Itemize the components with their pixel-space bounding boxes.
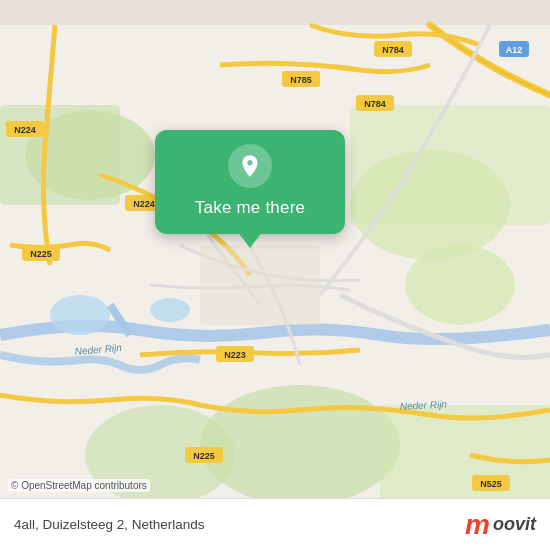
svg-rect-33 xyxy=(200,245,320,325)
map-container: N784 N784 N785 A12 N224 N224 N225 N223 N… xyxy=(0,0,550,550)
svg-text:N784: N784 xyxy=(382,45,404,55)
moovit-logo: m oovit xyxy=(465,511,536,539)
svg-rect-5 xyxy=(350,105,550,225)
svg-text:N224: N224 xyxy=(14,125,36,135)
osm-attribution: © OpenStreetMap contributors xyxy=(8,479,150,492)
moovit-m-letter: m xyxy=(465,511,490,539)
svg-text:N784: N784 xyxy=(364,99,386,109)
svg-point-10 xyxy=(150,298,190,322)
svg-rect-2 xyxy=(0,105,120,205)
svg-text:A12: A12 xyxy=(506,45,523,55)
svg-point-4 xyxy=(405,245,515,325)
moovit-text: oovit xyxy=(493,514,536,535)
svg-text:N223: N223 xyxy=(224,350,246,360)
svg-text:N225: N225 xyxy=(30,249,52,259)
location-pin-icon xyxy=(228,144,272,188)
bottom-bar: 4all, Duizelsteeg 2, Netherlands m oovit xyxy=(0,498,550,550)
address-text: 4all, Duizelsteeg 2, Netherlands xyxy=(14,517,205,532)
svg-text:N224: N224 xyxy=(133,199,155,209)
popup-label: Take me there xyxy=(195,198,305,218)
svg-point-9 xyxy=(50,295,110,335)
svg-text:N525: N525 xyxy=(480,479,502,489)
take-me-there-popup[interactable]: Take me there xyxy=(155,130,345,234)
map-background: N784 N784 N785 A12 N224 N224 N225 N223 N… xyxy=(0,0,550,550)
svg-text:N225: N225 xyxy=(193,451,215,461)
svg-text:N785: N785 xyxy=(290,75,312,85)
